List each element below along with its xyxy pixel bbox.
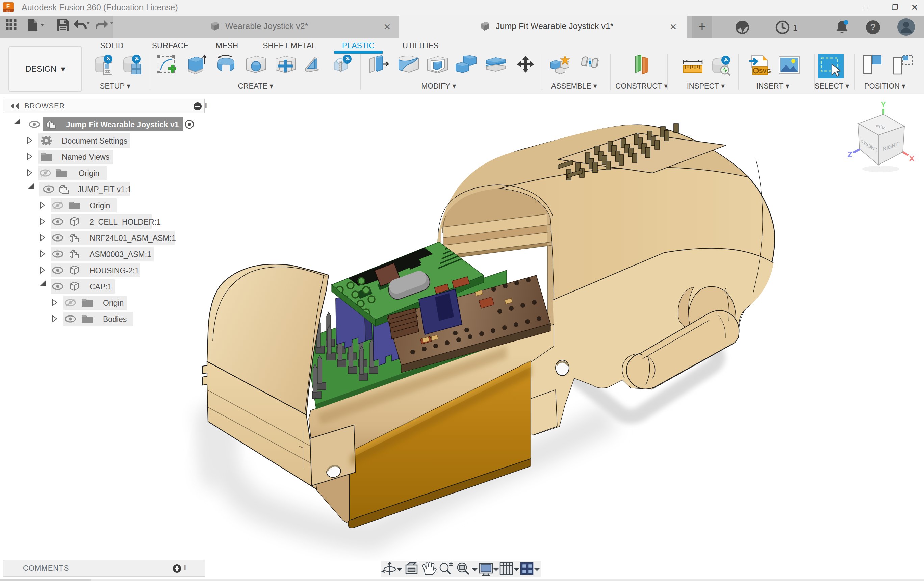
svg-text:Origin: Origin bbox=[103, 299, 124, 307]
svg-text:X: X bbox=[909, 154, 914, 163]
svg-text:Origin: Origin bbox=[79, 169, 99, 178]
svg-text:Y: Y bbox=[881, 100, 886, 109]
svg-text:JUMP_FIT v1:1: JUMP_FIT v1:1 bbox=[78, 185, 131, 194]
svg-text:HOUSING-2:1: HOUSING-2:1 bbox=[89, 266, 139, 275]
svg-text:Origin: Origin bbox=[89, 201, 110, 210]
svg-text:SVG: SVG bbox=[759, 68, 771, 74]
svg-text:?: ? bbox=[870, 22, 876, 33]
svg-text:Bodies: Bodies bbox=[103, 315, 127, 324]
svg-text:F: F bbox=[7, 3, 10, 10]
svg-text:360: 360 bbox=[7, 10, 10, 12]
svg-text:Document Settings: Document Settings bbox=[62, 137, 127, 145]
svg-text:CAP:1: CAP:1 bbox=[89, 282, 112, 291]
svg-text:ASM0003_ASM:1: ASM0003_ASM:1 bbox=[89, 250, 151, 259]
svg-text:NRF24L01_ASM_ASM:1: NRF24L01_ASM_ASM:1 bbox=[89, 234, 176, 243]
svg-text:2_CELL_HOLDER:1: 2_CELL_HOLDER:1 bbox=[89, 218, 161, 226]
svg-text:Jump Fit Wearable Joystick v1: Jump Fit Wearable Joystick v1 bbox=[66, 120, 179, 129]
svg-text:Named Views: Named Views bbox=[62, 153, 109, 162]
svg-text:Z: Z bbox=[847, 150, 852, 159]
